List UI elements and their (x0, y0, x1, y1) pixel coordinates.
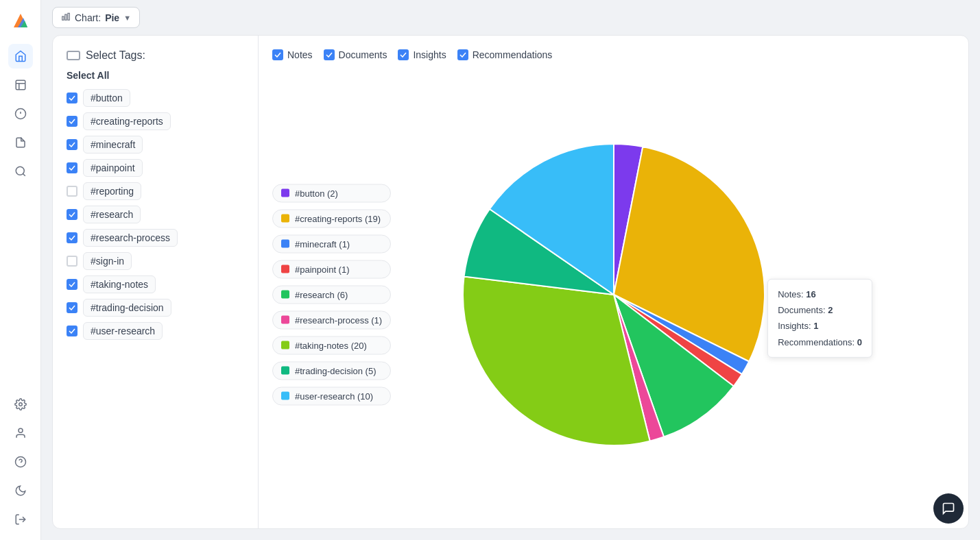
legend-swatch (281, 189, 289, 197)
tag-item: #painpoint (67, 159, 244, 177)
tag-item: #research (67, 206, 244, 223)
filter-label-recommendations: Recommendations (473, 49, 553, 60)
tag-checkbox[interactable] (67, 256, 77, 267)
sidebar-item-logout[interactable] (8, 507, 33, 532)
legend-item: #creating-reports (19) (272, 209, 391, 228)
tag-label[interactable]: #taking-notes (83, 275, 156, 293)
tooltip-insights-value: 1 (813, 321, 818, 331)
content-card: Select Tags: Select All #button#creating… (52, 35, 969, 529)
tag-item: #research-process (67, 229, 244, 247)
tag-label[interactable]: #sign-in (83, 252, 132, 270)
tag-label[interactable]: #reporting (83, 182, 141, 200)
main-content: Chart: Pie ▼ Select Tags: Select All #bu… (41, 0, 980, 540)
sidebar-item-home[interactable] (8, 44, 33, 69)
tag-label[interactable]: #trading-decision (83, 299, 171, 317)
legend-swatch (281, 367, 289, 375)
svg-rect-13 (62, 16, 64, 20)
tooltip-notes-label: Notes: (778, 289, 806, 299)
tag-item: #creating-reports (67, 112, 244, 130)
sidebar-item-help[interactable] (8, 450, 33, 474)
sidebar-item-activity[interactable] (8, 130, 33, 155)
filter-checkbox-recommendations[interactable] (457, 49, 468, 60)
tag-label[interactable]: #minecraft (83, 136, 143, 154)
filter-label-insights: Insights (413, 49, 446, 60)
tag-label[interactable]: #research (83, 206, 141, 223)
tag-checkbox[interactable] (67, 279, 77, 290)
sidebar-item-insights[interactable] (8, 101, 33, 126)
legend-item: #button (2) (272, 184, 391, 202)
tags-panel: Select Tags: Select All #button#creating… (53, 36, 259, 528)
tag-checkbox[interactable] (67, 93, 77, 103)
legend-swatch (281, 341, 289, 349)
select-all-button[interactable]: Select All (67, 70, 244, 81)
chart-type-label: Chart: (75, 12, 101, 23)
dropdown-icon: ▼ (123, 14, 131, 22)
sidebar-item-search[interactable] (8, 159, 33, 184)
chart-area: NotesDocumentsInsightsRecommendations #b… (259, 36, 968, 528)
svg-point-9 (19, 428, 23, 432)
tag-item: #minecraft (67, 136, 244, 154)
tag-item: #reporting (67, 182, 244, 200)
legend-label: #button (2) (295, 188, 338, 198)
tooltip-recommendations-value: 0 (857, 337, 862, 347)
tooltip-insights-label: Insights: (778, 321, 813, 331)
legend-label: #minecraft (1) (295, 238, 350, 249)
chart-type-selector[interactable]: Chart: Pie ▼ (52, 7, 140, 28)
filter-item-notes[interactable]: Notes (272, 49, 313, 60)
legend-swatch (281, 265, 289, 273)
tag-item: #trading-decision (67, 299, 244, 317)
sidebar-item-profile[interactable] (8, 421, 33, 445)
tag-item: #sign-in (67, 252, 244, 270)
tag-checkbox[interactable] (67, 186, 77, 197)
tag-label[interactable]: #user-research (83, 322, 163, 340)
tag-checkbox[interactable] (67, 162, 77, 173)
filter-checkbox-insights[interactable] (398, 49, 409, 60)
tags-list: #button#creating-reports#minecraft#painp… (67, 89, 244, 340)
legend-item: #user-research (10) (272, 386, 391, 405)
pie-container: #button (2)#creating-reports (19)#minecr… (272, 74, 955, 515)
tags-title: Select Tags: (86, 49, 145, 62)
tag-item: #taking-notes (67, 275, 244, 293)
tag-checkbox[interactable] (67, 232, 77, 243)
svg-point-6 (16, 167, 24, 175)
filter-item-recommendations[interactable]: Recommendations (457, 49, 553, 60)
sidebar-item-notes[interactable] (8, 73, 33, 97)
sidebar-item-darkmode[interactable] (8, 478, 33, 503)
chat-button[interactable] (933, 493, 964, 524)
svg-line-7 (23, 173, 25, 175)
tag-label[interactable]: #button (83, 89, 130, 107)
tooltip-recommendations-label: Recommendations: (778, 337, 857, 347)
tag-checkbox[interactable] (67, 302, 77, 313)
legend-label: #research (6) (295, 289, 348, 299)
filter-checkbox-documents[interactable] (324, 49, 335, 60)
legend-area: #button (2)#creating-reports (19)#minecr… (272, 184, 391, 405)
toolbar: Chart: Pie ▼ (41, 0, 980, 35)
sidebar-bottom (8, 392, 33, 532)
filter-checkbox-notes[interactable] (272, 49, 283, 60)
tag-checkbox[interactable] (67, 326, 77, 336)
svg-rect-15 (68, 13, 69, 20)
tag-checkbox[interactable] (67, 116, 77, 127)
filter-row: NotesDocumentsInsightsRecommendations (272, 49, 955, 60)
tag-label[interactable]: #research-process (83, 229, 178, 247)
tags-header: Select Tags: (67, 49, 244, 62)
legend-swatch (281, 291, 289, 299)
tooltip-documents-label: Documents: (778, 305, 828, 315)
tag-icon (67, 51, 80, 60)
sidebar (0, 0, 41, 540)
filter-item-documents[interactable]: Documents (324, 49, 387, 60)
tag-label[interactable]: #creating-reports (83, 112, 171, 130)
filter-item-insights[interactable]: Insights (398, 49, 446, 60)
legend-item: #painpoint (1) (272, 260, 391, 278)
chart-type-value: Pie (105, 12, 119, 23)
tag-checkbox[interactable] (67, 209, 77, 220)
legend-item: #minecraft (1) (272, 234, 391, 253)
tag-checkbox[interactable] (67, 139, 77, 150)
legend-swatch (281, 240, 289, 248)
sidebar-item-settings[interactable] (8, 392, 33, 417)
pie-tooltip: Notes: 16 Documents: 2 Insights: 1 Recom… (767, 278, 872, 358)
tag-label[interactable]: #painpoint (83, 159, 143, 177)
tag-item: #button (67, 89, 244, 107)
svg-rect-14 (65, 14, 67, 20)
app-logo[interactable] (8, 8, 33, 33)
